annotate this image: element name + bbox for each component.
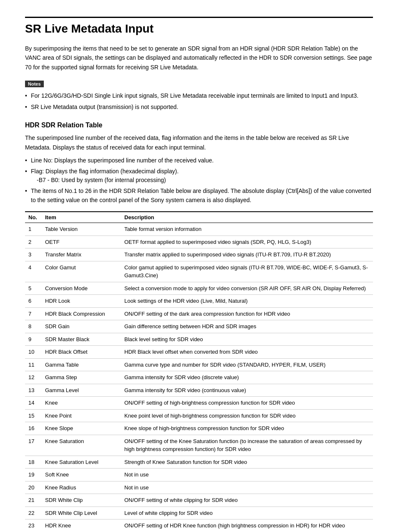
cell-item: Knee Saturation xyxy=(42,435,121,456)
list-item: The items of No.1 to 26 in the HDR SDR R… xyxy=(25,187,373,205)
list-item: SR Live Metadata output (transmission) i… xyxy=(25,103,373,111)
cell-item: SDR White Clip xyxy=(42,494,121,507)
cell-no: 14 xyxy=(25,397,42,410)
cell-no: 19 xyxy=(25,469,42,481)
cell-desc: ON/OFF setting of the Knee Saturation fu… xyxy=(121,435,373,456)
notes-badge: Notes xyxy=(25,81,44,87)
bullet-list: Line No: Displays the superimposed line … xyxy=(25,156,373,205)
cell-no: 17 xyxy=(25,435,42,456)
table-row: 19Soft KneeNot in use xyxy=(25,469,373,481)
cell-item: Conversion Mode xyxy=(42,282,121,295)
cell-no: 21 xyxy=(25,494,42,507)
cell-item: HDR Black Offset xyxy=(42,346,121,359)
cell-item: Soft Knee xyxy=(42,469,121,481)
table-row: 3Transfer MatrixTransfer matrix applied … xyxy=(25,248,373,261)
cell-no: 5 xyxy=(25,282,42,295)
table-row: 17Knee SaturationON/OFF setting of the K… xyxy=(25,435,373,456)
cell-no: 6 xyxy=(25,295,42,308)
cell-item: Table Version xyxy=(42,223,121,236)
cell-no: 8 xyxy=(25,320,42,333)
table-row: 2OETFOETF format applied to superimposed… xyxy=(25,236,373,248)
page-title: SR Live Metadata Input xyxy=(25,17,373,35)
cell-item: Knee Radius xyxy=(42,481,121,494)
cell-desc: Not in use xyxy=(121,481,373,494)
table-row: 20Knee RadiusNot in use xyxy=(25,481,373,494)
cell-desc: Gamma curve type and number for SDR vide… xyxy=(121,358,373,371)
cell-no: 16 xyxy=(25,422,42,435)
cell-no: 10 xyxy=(25,346,42,359)
cell-item: HDR Knee xyxy=(42,519,121,532)
cell-desc: Select a conversion mode to apply for vi… xyxy=(121,282,373,295)
table-row: 8SDR GainGain difference setting between… xyxy=(25,320,373,333)
cell-desc: Knee slope of high-brightness compressio… xyxy=(121,422,373,435)
notes-section: Notes For 12G/6G/3G/HD-SDI Single Link i… xyxy=(25,80,373,111)
cell-item: Knee Saturation Level xyxy=(42,456,121,469)
cell-desc: Knee point level of high-brightness comp… xyxy=(121,409,373,422)
table-row: 12Gamma StepGamma intensity for SDR vide… xyxy=(25,371,373,384)
cell-desc: ON/OFF setting of high-brightness compre… xyxy=(121,397,373,410)
cell-item: HDR Black Compression xyxy=(42,307,121,320)
cell-item: Gamma Table xyxy=(42,358,121,371)
cell-desc: Gamma intensity for SDR video (continuou… xyxy=(121,384,373,397)
list-item: Flag: Displays the flag information (hex… xyxy=(25,167,373,185)
cell-no: 9 xyxy=(25,333,42,346)
list-item: For 12G/6G/3G/HD-SDI Single Link input s… xyxy=(25,91,373,100)
cell-desc: Look settings of the HDR video (Live, Mi… xyxy=(121,295,373,308)
cell-desc: Not in use xyxy=(121,469,373,481)
cell-desc: Table format version information xyxy=(121,223,373,236)
cell-item: Transfer Matrix xyxy=(42,248,121,261)
table-row: 9SDR Master BlackBlack level setting for… xyxy=(25,333,373,346)
list-item: Line No: Displays the superimposed line … xyxy=(25,156,373,165)
table-row: 15Knee PointKnee point level of high-bri… xyxy=(25,409,373,422)
cell-item: Knee Point xyxy=(42,409,121,422)
cell-item: SDR White Clip Level xyxy=(42,507,121,519)
cell-no: 22 xyxy=(25,507,42,519)
cell-no: 11 xyxy=(25,358,42,371)
cell-no: 15 xyxy=(25,409,42,422)
cell-no: 18 xyxy=(25,456,42,469)
bullet-sub-item: -B7 - B0: Used by system (for internal p… xyxy=(31,176,373,185)
cell-desc: Level of white clipping for SDR video xyxy=(121,507,373,519)
cell-no: 23 xyxy=(25,519,42,532)
table-row: 13Gamma LevelGamma intensity for SDR vid… xyxy=(25,384,373,397)
table-row: 23HDR KneeON/OFF setting of HDR Knee fun… xyxy=(25,519,373,532)
cell-item: Gamma Level xyxy=(42,384,121,397)
table-row: 6HDR LookLook settings of the HDR video … xyxy=(25,295,373,308)
table-row: 4Color GamutColor gamut applied to super… xyxy=(25,261,373,282)
section-title: HDR SDR Relation Table xyxy=(25,122,373,129)
col-header-desc: Description xyxy=(121,212,373,223)
intro-text: By superimposing the items that need to … xyxy=(25,44,373,72)
section-body: The superimposed line number of the rece… xyxy=(25,133,373,152)
table-row: 14KneeON/OFF setting of high-brightness … xyxy=(25,397,373,410)
cell-desc: Color gamut applied to superimposed vide… xyxy=(121,261,373,282)
table-row: 10HDR Black OffsetHDR Black level offset… xyxy=(25,346,373,359)
cell-desc: ON/OFF setting of white clipping for SDR… xyxy=(121,494,373,507)
col-header-item: Item xyxy=(42,212,121,223)
table-row: 21SDR White ClipON/OFF setting of white … xyxy=(25,494,373,507)
cell-no: 12 xyxy=(25,371,42,384)
cell-no: 7 xyxy=(25,307,42,320)
cell-desc: Gain difference setting between HDR and … xyxy=(121,320,373,333)
cell-no: 4 xyxy=(25,261,42,282)
table-row: 22SDR White Clip LevelLevel of white cli… xyxy=(25,507,373,519)
cell-item: Knee xyxy=(42,397,121,410)
cell-no: 2 xyxy=(25,236,42,248)
cell-item: Gamma Step xyxy=(42,371,121,384)
cell-desc: Transfer matrix applied to superimposed … xyxy=(121,248,373,261)
cell-desc: ON/OFF setting of the dark area compress… xyxy=(121,307,373,320)
cell-no: 13 xyxy=(25,384,42,397)
hdr-sdr-table: No. Item Description 1Table VersionTable… xyxy=(25,211,373,532)
cell-desc: HDR Black level offset when converted fr… xyxy=(121,346,373,359)
table-row: 5Conversion ModeSelect a conversion mode… xyxy=(25,282,373,295)
table-row: 1Table VersionTable format version infor… xyxy=(25,223,373,236)
cell-no: 3 xyxy=(25,248,42,261)
cell-item: OETF xyxy=(42,236,121,248)
table-row: 7HDR Black CompressionON/OFF setting of … xyxy=(25,307,373,320)
cell-item: Knee Slope xyxy=(42,422,121,435)
cell-desc: Black level setting for SDR video xyxy=(121,333,373,346)
table-row: 18Knee Saturation LevelStrength of Knee … xyxy=(25,456,373,469)
cell-desc: Gamma intensity for SDR video (discrete … xyxy=(121,371,373,384)
cell-no: 20 xyxy=(25,481,42,494)
col-header-no: No. xyxy=(25,212,42,223)
cell-item: Color Gamut xyxy=(42,261,121,282)
